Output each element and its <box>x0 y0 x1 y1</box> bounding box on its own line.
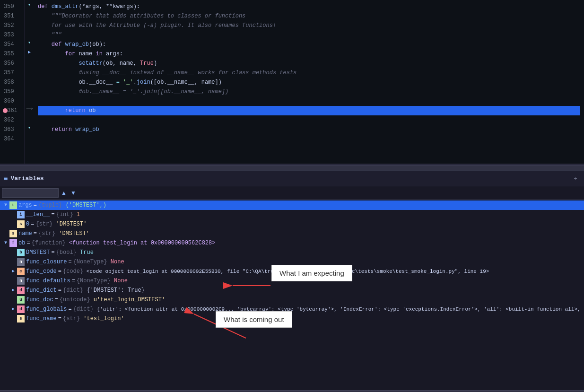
panel-divider <box>0 166 584 171</box>
var-expand-func-globals[interactable] <box>9 305 17 313</box>
filter-up-button[interactable]: ▲ <box>60 189 68 197</box>
var-expand-name <box>2 230 9 237</box>
code-line-351: """Decorator that adds attributes to cla… <box>38 11 580 21</box>
var-row-func-dict[interactable]: d func_dict = {dict} {'DMSTEST': True} <box>0 286 584 295</box>
var-icon-zero: s <box>17 220 25 228</box>
var-name-args: args <box>18 200 32 210</box>
var-expand-func-doc <box>9 296 17 304</box>
code-content: def dms_attr(*args, **kwargs): """Decora… <box>34 0 584 164</box>
var-row-func-doc[interactable]: u func_doc = {unicode} u'test_login_DMST… <box>0 295 584 305</box>
code-line-360 <box>38 96 580 106</box>
variables-toolbar: ▲ ▼ <box>0 186 584 200</box>
code-line-362 <box>38 115 580 125</box>
var-icon-func-closure: n <box>17 258 25 266</box>
var-expand-zero <box>9 220 17 228</box>
var-icon-func-doc: u <box>17 296 25 304</box>
var-expand-func-closure <box>9 258 17 266</box>
var-expand-func-name <box>9 315 17 322</box>
code-line-353: """ <box>38 30 580 40</box>
code-line-361: return ob <box>38 106 580 115</box>
coming-out-annotation: What is coming out <box>216 311 292 328</box>
code-line-364 <box>38 134 580 144</box>
var-row-ob[interactable]: f ob = {function} <function test_login a… <box>0 238 584 248</box>
variables-list: t args = {tuple} ('DMSTEST',) i __len__ … <box>0 200 584 390</box>
var-expand-func-code[interactable] <box>9 268 17 275</box>
variable-search-input[interactable] <box>2 188 59 198</box>
var-expand-args[interactable] <box>2 201 9 209</box>
var-icon-func-defaults: n <box>17 277 25 285</box>
var-icon-ob: f <box>9 239 17 247</box>
horizontal-scrollbar[interactable] <box>0 390 584 392</box>
var-icon-len: i <box>17 211 25 218</box>
expecting-annotation: What I am expecting <box>271 265 352 281</box>
code-line-358: ob.__doc__ = '_'.join([ob.__name__, name… <box>38 78 580 87</box>
panel-title: ≡ Variables <box>4 175 44 183</box>
var-icon-func-name: s <box>17 315 25 322</box>
variables-icon: ≡ <box>4 175 8 183</box>
expand-panel-button[interactable]: + <box>571 174 580 183</box>
code-line-356: setattr(ob, name, True) <box>38 59 580 68</box>
code-line-355: for name in args: <box>38 49 580 59</box>
var-row-name[interactable]: s name = {str} 'DMSTEST' <box>0 229 584 238</box>
code-line-359: #ob.__name__ = '_'.join([ob.__name__, na… <box>38 87 580 96</box>
var-expand-func-defaults <box>9 277 17 285</box>
filter-down-button[interactable]: ▼ <box>69 189 78 197</box>
editor-gutter: ▾ ▾ ▶ ⟹ ▾ <box>25 0 34 164</box>
var-icon-args: t <box>9 201 17 209</box>
var-expand-len <box>9 211 17 218</box>
var-expand-dmstest <box>9 249 17 256</box>
code-editor: 350 351 352 353 354 355 356 357 358 359 … <box>0 0 584 166</box>
var-icon-name: s <box>9 230 17 237</box>
var-row-zero[interactable]: s 0 = {str} 'DMSTEST' <box>0 219 584 229</box>
code-line-352: for use with the Attribute (-a) plugin. … <box>38 21 580 30</box>
code-line-363: return wrap_ob <box>38 125 580 134</box>
var-icon-func-dict: d <box>17 287 25 294</box>
code-line-354: def wrap_ob(ob): <box>38 40 580 49</box>
code-line-357: #using __doc__ instead of __name__ works… <box>38 68 580 78</box>
line-numbers: 350 351 352 353 354 355 356 357 358 359 … <box>0 0 25 164</box>
code-line-350: def dms_attr(*args, **kwargs): <box>38 2 580 11</box>
var-row-dmstest[interactable]: b DMSTEST = {bool} True <box>0 248 584 257</box>
var-expand-ob[interactable] <box>2 239 9 247</box>
panel-controls[interactable]: + <box>571 174 580 183</box>
var-icon-func-code: c <box>17 268 25 275</box>
panel-title-text: Variables <box>10 175 44 182</box>
var-icon-dmstest: b <box>17 249 25 256</box>
var-row-args[interactable]: t args = {tuple} ('DMSTEST',) <box>0 200 584 210</box>
panel-header: ≡ Variables + <box>0 171 584 186</box>
var-row-len[interactable]: i __len__ = {int} 1 <box>0 210 584 219</box>
var-icon-func-globals: d <box>17 305 25 313</box>
var-expand-func-dict[interactable] <box>9 287 17 294</box>
